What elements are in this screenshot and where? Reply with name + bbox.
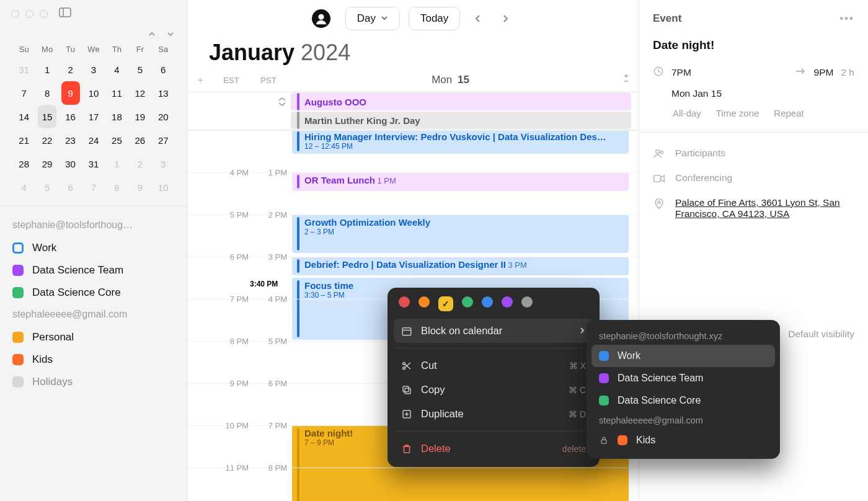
- mini-cal-day[interactable]: 5: [35, 175, 58, 199]
- calendar-item[interactable]: Data Science Core: [12, 282, 181, 304]
- mini-cal-day[interactable]: 25: [105, 128, 128, 152]
- hour-row[interactable]: 4 PM1 PM: [188, 172, 639, 215]
- start-time[interactable]: 7PM: [671, 67, 691, 78]
- mini-cal-day[interactable]: 21: [12, 128, 35, 152]
- mini-cal-day[interactable]: 12: [128, 81, 151, 105]
- color-swatch[interactable]: [482, 296, 493, 308]
- location-field[interactable]: Palace of Fine Arts, 3601 Lyon St, San F…: [675, 197, 854, 219]
- menu-copy[interactable]: Copy ⌘ C: [394, 378, 593, 402]
- sidebar-toggle-icon[interactable]: [59, 7, 71, 20]
- minimize-icon[interactable]: [25, 10, 33, 18]
- allday-event[interactable]: Martin Luther King Jr. Day: [291, 112, 631, 129]
- mini-cal-day[interactable]: 22: [35, 128, 58, 152]
- end-time[interactable]: 9PM: [814, 67, 834, 78]
- allday-event[interactable]: Augusto OOO: [291, 93, 631, 110]
- mini-cal-day[interactable]: 8: [105, 175, 128, 199]
- allday-collapse-icon[interactable]: [188, 92, 291, 111]
- close-icon[interactable]: [11, 10, 19, 18]
- submenu-calendar-item[interactable]: Work: [591, 345, 775, 367]
- mini-cal-day[interactable]: 26: [128, 128, 151, 152]
- next-day-button[interactable]: [496, 9, 515, 28]
- submenu-calendar-item[interactable]: Data Science Team: [591, 367, 775, 389]
- add-event-icon[interactable]: ＋: [188, 74, 213, 87]
- chevron-up-icon[interactable]: [148, 30, 156, 41]
- calendar-item[interactable]: Data Science Team: [12, 259, 181, 282]
- mini-cal-day[interactable]: 13: [152, 81, 175, 105]
- account-header[interactable]: stephanie@toolsforthoug…: [12, 219, 181, 231]
- hour-label-tz1: 6 PM: [218, 252, 249, 262]
- mini-cal-day[interactable]: 14: [12, 105, 35, 128]
- calendar-item[interactable]: Work: [12, 237, 181, 259]
- zoom-control-icon[interactable]: [614, 74, 639, 86]
- mini-cal-day[interactable]: 9: [59, 81, 82, 105]
- menu-block-on-calendar[interactable]: Block on calendar: [394, 319, 593, 343]
- avatar[interactable]: [312, 9, 330, 28]
- event-date[interactable]: Mon Jan 15: [671, 88, 722, 99]
- mini-cal-day[interactable]: 3: [152, 152, 175, 175]
- calendar-item[interactable]: Kids: [12, 348, 181, 371]
- mini-cal-day[interactable]: 1: [105, 152, 128, 175]
- hour-row[interactable]: [188, 130, 639, 173]
- mini-cal-day[interactable]: 20: [152, 105, 175, 128]
- more-icon[interactable]: •••: [839, 12, 854, 25]
- mini-cal-day[interactable]: 4: [105, 58, 128, 81]
- today-button[interactable]: Today: [409, 7, 460, 30]
- mini-calendar-grid[interactable]: 3112345678910111213141516171819202122232…: [12, 58, 175, 199]
- mini-cal-day[interactable]: 23: [59, 128, 82, 152]
- mini-cal-day[interactable]: 31: [12, 58, 35, 81]
- prev-day-button[interactable]: [469, 9, 487, 28]
- view-selector[interactable]: Day: [345, 7, 400, 30]
- visibility-field[interactable]: Default visibility: [788, 329, 854, 340]
- color-swatch[interactable]: [418, 296, 430, 308]
- mini-cal-day[interactable]: 16: [59, 105, 82, 128]
- hour-row[interactable]: 11 PM8 PM: [188, 468, 639, 501]
- mini-cal-day[interactable]: 4: [12, 175, 35, 199]
- mini-cal-day[interactable]: 6: [152, 58, 175, 81]
- account-header[interactable]: stephaleeeee@gmail.com: [12, 309, 181, 320]
- color-swatch[interactable]: [438, 296, 453, 311]
- color-swatch[interactable]: [502, 296, 513, 308]
- menu-delete[interactable]: Delete delete: [394, 437, 593, 461]
- zoom-icon[interactable]: [40, 10, 48, 18]
- mini-cal-day[interactable]: 8: [35, 81, 58, 105]
- mini-cal-day[interactable]: 7: [82, 175, 105, 199]
- conferencing-field[interactable]: Conferencing: [675, 172, 732, 184]
- participants-field[interactable]: Participants: [675, 148, 725, 159]
- mini-cal-day[interactable]: 30: [59, 152, 82, 175]
- mini-cal-day[interactable]: 2: [59, 58, 82, 81]
- mini-cal-day[interactable]: 6: [59, 175, 82, 199]
- submenu-calendar-item[interactable]: Data Science Core: [591, 389, 775, 412]
- submenu-calendar-item[interactable]: Kids: [591, 429, 775, 451]
- mini-cal-day[interactable]: 3: [82, 58, 105, 81]
- mini-cal-day[interactable]: 18: [105, 105, 128, 128]
- event-title[interactable]: Date night!: [653, 38, 854, 52]
- menu-cut[interactable]: Cut ⌘ X: [394, 353, 593, 378]
- time-option[interactable]: All-day: [673, 108, 701, 118]
- time-option[interactable]: Repeat: [774, 108, 804, 118]
- mini-cal-day[interactable]: 24: [82, 128, 105, 152]
- mini-cal-day[interactable]: 17: [82, 105, 105, 128]
- mini-cal-day[interactable]: 9: [128, 175, 151, 199]
- mini-cal-day[interactable]: 5: [128, 58, 151, 81]
- calendar-item[interactable]: Holidays: [12, 371, 181, 393]
- color-swatch[interactable]: [399, 296, 410, 308]
- mini-cal-day[interactable]: 1: [35, 58, 58, 81]
- mini-cal-day[interactable]: 2: [128, 152, 151, 175]
- mini-cal-day[interactable]: 29: [35, 152, 58, 175]
- chevron-down-icon[interactable]: [166, 30, 175, 41]
- time-option[interactable]: Time zone: [716, 108, 759, 118]
- mini-cal-day[interactable]: 19: [128, 105, 151, 128]
- mini-cal-day[interactable]: 27: [152, 128, 175, 152]
- mini-cal-day[interactable]: 15: [35, 105, 58, 128]
- mini-cal-day[interactable]: 7: [12, 81, 35, 105]
- color-swatch[interactable]: [521, 296, 533, 308]
- color-swatch[interactable]: [462, 296, 473, 308]
- mini-cal-day[interactable]: 10: [152, 175, 175, 199]
- mini-cal-day[interactable]: 11: [105, 81, 128, 105]
- mini-cal-day[interactable]: 31: [82, 152, 105, 175]
- menu-duplicate[interactable]: Duplicate ⌘ D: [394, 402, 593, 426]
- mini-cal-day[interactable]: 10: [82, 81, 105, 105]
- hour-row[interactable]: 5 PM2 PM: [188, 215, 639, 257]
- mini-cal-day[interactable]: 28: [12, 152, 35, 175]
- calendar-item[interactable]: Personal: [12, 326, 181, 348]
